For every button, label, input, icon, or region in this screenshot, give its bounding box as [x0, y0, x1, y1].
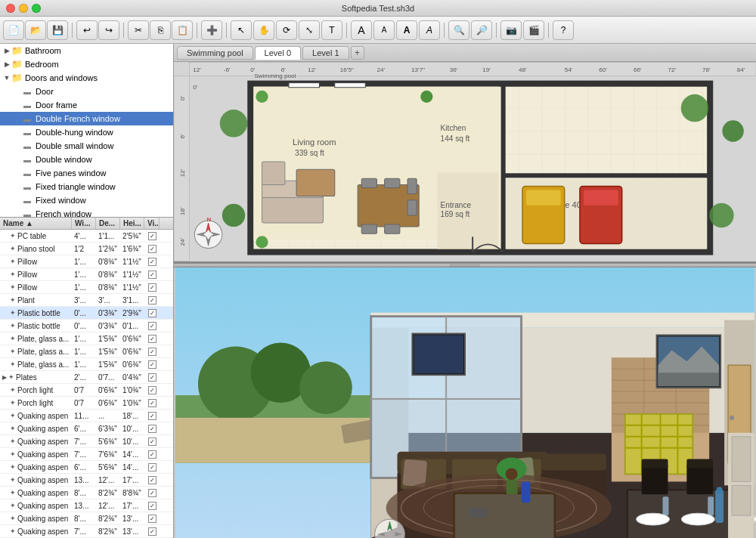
table-cell-visible[interactable] [144, 386, 160, 394]
hand-tool[interactable]: ✋ [253, 20, 274, 40]
tab-swimming-pool[interactable]: Swimming pool [177, 46, 253, 60]
table-row[interactable]: ✦ Pillow 1'... 0'8¾" 1'1½" [0, 281, 173, 294]
table-cell-visible[interactable] [144, 322, 160, 330]
tree-item[interactable]: ▬Double window [0, 153, 173, 166]
smaller-font-button[interactable]: A [373, 20, 395, 40]
close-button[interactable] [6, 4, 15, 13]
col-header-name[interactable]: Name ▲ [0, 218, 72, 229]
furniture-table[interactable]: Name ▲ Wi... De... Hei... Vi... ✦ PC tab… [0, 218, 173, 538]
add-level-button[interactable]: + [351, 46, 364, 60]
table-cell-visible[interactable] [144, 527, 160, 536]
tree-item[interactable]: ▬Fixed triangle window [0, 180, 173, 193]
table-cell-visible[interactable] [144, 489, 160, 497]
col-header-width[interactable]: Wi... [72, 218, 96, 229]
visibility-checkbox[interactable] [148, 309, 156, 317]
table-row[interactable]: ✦ Quaking aspen 6'... 6'3¾" 10'... [0, 422, 173, 435]
tree-item[interactable]: ▬Door [0, 85, 173, 98]
tree-item[interactable]: ▬Door frame [0, 98, 173, 112]
resize-tool[interactable]: ⤡ [299, 20, 320, 40]
screenshot-button[interactable]: 📷 [500, 20, 522, 40]
table-row[interactable]: ✦ Quaking aspen 13... 12'... 17'... [0, 499, 173, 512]
visibility-checkbox[interactable] [148, 322, 156, 330]
table-cell-visible[interactable] [144, 296, 160, 305]
table-row[interactable]: ✦ Piano stool 1'2 1'2¾" 1'6¾" [0, 243, 173, 255]
visibility-checkbox[interactable] [148, 438, 156, 446]
visibility-checkbox[interactable] [148, 232, 156, 240]
visibility-checkbox[interactable] [148, 412, 156, 420]
visibility-checkbox[interactable] [148, 245, 156, 253]
floor-plan-area[interactable]: Swimming pool Level 0 Level 1 + [174, 44, 756, 263]
visibility-checkbox[interactable] [148, 489, 156, 497]
table-row[interactable]: ✦ Plate, glass a... 1'... 1'5¾" 0'6¾" [0, 358, 173, 371]
italic-button[interactable]: A [419, 20, 440, 40]
table-row[interactable]: ✦ Quaking aspen 7'... 7'6¾" 14'... [0, 448, 173, 461]
table-row[interactable]: ✦ Plastic bottle 0'... 0'3¾" 2'9¾" [0, 307, 173, 320]
col-header-depth[interactable]: De... [96, 218, 120, 229]
tree-item[interactable]: ▶📁Bathroom [0, 44, 173, 57]
table-cell-visible[interactable] [144, 271, 160, 279]
table-cell-visible[interactable] [144, 348, 160, 356]
table-cell-visible[interactable] [144, 399, 160, 407]
table-row[interactable]: ▶ ✦ Plates 2'... 0'7... 0'4¾" [0, 371, 173, 384]
cut-button[interactable]: ✂ [128, 20, 149, 40]
visibility-checkbox[interactable] [148, 450, 156, 459]
table-cell-visible[interactable] [144, 450, 160, 459]
copy-button[interactable]: ⎘ [150, 20, 171, 40]
select-tool[interactable]: ↖ [231, 20, 252, 40]
paste-button[interactable]: 📋 [172, 20, 193, 40]
visibility-checkbox[interactable] [148, 360, 156, 369]
table-row[interactable]: ✦ Quaking aspen 8'... 8'2¾" 13'... [0, 512, 173, 525]
tree-item[interactable]: ▬Double small window [0, 139, 173, 153]
visibility-checkbox[interactable] [148, 283, 156, 292]
table-row[interactable]: ✦ PC table 4'... 1'1... 2'5¾" [0, 230, 173, 243]
tree-item[interactable]: ▬Five panes window [0, 166, 173, 180]
visibility-checkbox[interactable] [148, 502, 156, 510]
table-row[interactable]: ✦ Plant 3'... 3'... 3'1... [0, 294, 173, 307]
tree-item[interactable]: ▶📁Bedroom [0, 57, 173, 71]
bigger-font-button[interactable]: A [351, 20, 372, 40]
visibility-checkbox[interactable] [148, 476, 156, 484]
zoom-in-button[interactable]: 🔍 [448, 20, 469, 40]
visibility-checkbox[interactable] [148, 258, 156, 266]
table-row[interactable]: ✦ Porch light 0'7 0'6¾" 1'0¾" [0, 397, 173, 410]
tab-level-1[interactable]: Level 1 [302, 46, 349, 60]
new-button[interactable]: 📄 [3, 20, 24, 40]
table-cell-visible[interactable] [144, 245, 160, 253]
table-row[interactable]: ✦ Quaking aspen 8'... 8'2¾" 8'8¾" [0, 487, 173, 499]
table-row[interactable]: ✦ Quaking aspen 7'... 8'2¾" 13'... [0, 525, 173, 538]
table-cell-visible[interactable] [144, 502, 160, 510]
visibility-checkbox[interactable] [148, 425, 156, 433]
furniture-catalog-tree[interactable]: ▶📁Bathroom▶📁Bedroom▼📁Doors and windows▬D… [0, 44, 173, 218]
tab-level-0[interactable]: Level 0 [255, 46, 301, 60]
add-furniture-button[interactable]: ➕ [201, 20, 222, 40]
3d-view[interactable] [174, 267, 756, 538]
tree-item[interactable]: ▬French window [0, 207, 173, 218]
bold-button[interactable]: A [396, 20, 417, 40]
col-header-visible[interactable]: Vi... [144, 218, 160, 229]
table-row[interactable]: ✦ Pillow 1'... 0'8¾" 1'1½" [0, 268, 173, 281]
visibility-checkbox[interactable] [148, 348, 156, 356]
visibility-checkbox[interactable] [148, 463, 156, 472]
undo-button[interactable]: ↩ [76, 20, 98, 40]
floor-plan-svg[interactable]: 12' -6' 0' 6' 12' 16'5" 24' 13'7" 36' 19… [174, 62, 756, 261]
maximize-button[interactable] [32, 4, 41, 13]
table-cell-visible[interactable] [144, 309, 160, 317]
table-row[interactable]: ✦ Plastic bottle 0'... 0'3¾" 0'1... [0, 320, 173, 332]
help-button[interactable]: ? [553, 20, 574, 40]
table-cell-visible[interactable] [144, 463, 160, 472]
table-cell-visible[interactable] [144, 373, 160, 382]
visibility-checkbox[interactable] [148, 527, 156, 536]
visibility-checkbox[interactable] [148, 386, 156, 394]
table-cell-visible[interactable] [144, 360, 160, 369]
table-row[interactable]: ✦ Porch light 0'7 0'6¾" 1'0¾" [0, 384, 173, 397]
table-cell-visible[interactable] [144, 476, 160, 484]
zoom-out-button[interactable]: 🔎 [471, 20, 492, 40]
table-cell-visible[interactable] [144, 283, 160, 292]
table-row[interactable]: ✦ Plate, glass a... 1'... 1'5¾" 0'6¾" [0, 345, 173, 358]
table-cell-visible[interactable] [144, 258, 160, 266]
visibility-checkbox[interactable] [148, 399, 156, 407]
tree-item[interactable]: ▼📁Doors and windows [0, 71, 173, 85]
table-cell-visible[interactable] [144, 412, 160, 420]
visibility-checkbox[interactable] [148, 373, 156, 382]
visibility-checkbox[interactable] [148, 335, 156, 343]
